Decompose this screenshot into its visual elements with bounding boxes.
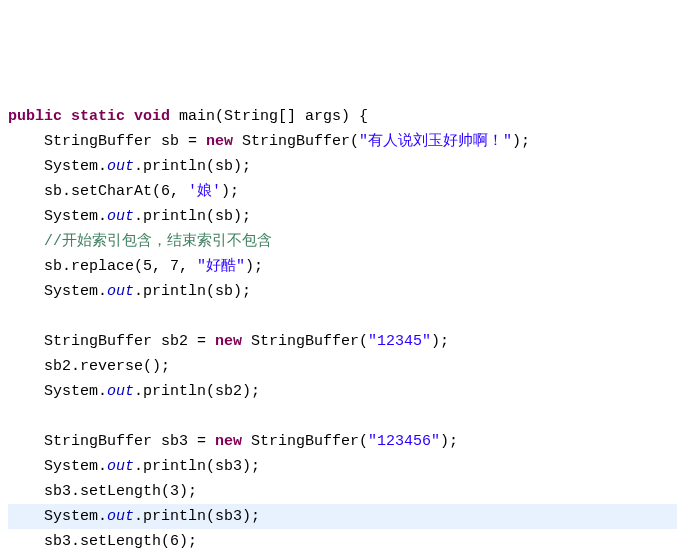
code-token: out bbox=[107, 383, 134, 400]
code-token: //开始索引包含，结束索引不包含 bbox=[44, 233, 272, 250]
code-token: out bbox=[107, 208, 134, 225]
indent bbox=[8, 458, 44, 475]
code-line bbox=[8, 304, 677, 329]
indent bbox=[8, 283, 44, 300]
code-token: ); bbox=[221, 183, 239, 200]
indent bbox=[8, 208, 44, 225]
indent bbox=[8, 508, 44, 525]
indent bbox=[8, 533, 44, 550]
code-token: sb.replace(5, 7, bbox=[44, 258, 197, 275]
code-line: //开始索引包含，结束索引不包含 bbox=[8, 229, 677, 254]
code-token: StringBuffer( bbox=[242, 333, 368, 350]
code-token: .println(sb3); bbox=[134, 458, 260, 475]
code-token: '娘' bbox=[188, 183, 221, 200]
code-token: ); bbox=[431, 333, 449, 350]
code-token: System. bbox=[44, 283, 107, 300]
code-token: "12345" bbox=[368, 333, 431, 350]
code-line: System.out.println(sb2); bbox=[8, 379, 677, 404]
code-token: .println(sb); bbox=[134, 208, 251, 225]
code-line: StringBuffer sb3 = new StringBuffer("123… bbox=[8, 429, 677, 454]
code-token: sb3.setLength(6); bbox=[44, 533, 197, 550]
code-token: "123456" bbox=[368, 433, 440, 450]
indent bbox=[8, 158, 44, 175]
code-line: System.out.println(sb); bbox=[8, 154, 677, 179]
code-line: System.out.println(sb); bbox=[8, 204, 677, 229]
code-token: new bbox=[206, 133, 233, 150]
indent bbox=[8, 383, 44, 400]
code-token: StringBuffer sb = bbox=[44, 133, 206, 150]
code-token: StringBuffer( bbox=[242, 433, 368, 450]
indent bbox=[8, 358, 44, 375]
code-line: sb2.reverse(); bbox=[8, 354, 677, 379]
code-token: sb.setCharAt(6, bbox=[44, 183, 188, 200]
code-token: void bbox=[134, 108, 170, 125]
code-line: StringBuffer sb = new StringBuffer("有人说刘… bbox=[8, 129, 677, 154]
indent bbox=[8, 133, 44, 150]
code-token: System. bbox=[44, 458, 107, 475]
code-line: sb3.setLength(3); bbox=[8, 479, 677, 504]
code-token: .println(sb2); bbox=[134, 383, 260, 400]
code-token: StringBuffer( bbox=[233, 133, 359, 150]
code-line: System.out.println(sb3); bbox=[8, 454, 677, 479]
code-token: System. bbox=[44, 383, 107, 400]
code-line: sb.replace(5, 7, "好酷"); bbox=[8, 254, 677, 279]
code-token: out bbox=[107, 458, 134, 475]
code-token: .println(sb); bbox=[134, 283, 251, 300]
code-line: public static void main(String[] args) { bbox=[8, 104, 677, 129]
indent bbox=[8, 408, 44, 425]
code-token: out bbox=[107, 508, 134, 525]
code-line: StringBuffer sb2 = new StringBuffer("123… bbox=[8, 329, 677, 354]
indent bbox=[8, 233, 44, 250]
code-token: new bbox=[215, 333, 242, 350]
code-token: ); bbox=[512, 133, 530, 150]
code-token: .println(sb3); bbox=[134, 508, 260, 525]
indent bbox=[8, 483, 44, 500]
code-token: sb3.setLength(3); bbox=[44, 483, 197, 500]
code-token: .println(sb); bbox=[134, 158, 251, 175]
code-token: out bbox=[107, 158, 134, 175]
code-token: ); bbox=[245, 258, 263, 275]
code-line: sb.setCharAt(6, '娘'); bbox=[8, 179, 677, 204]
code-token: System. bbox=[44, 508, 107, 525]
code-line: System.out.println(sb3); bbox=[8, 554, 677, 558]
code-line: System.out.println(sb3); bbox=[8, 504, 677, 529]
code-token: System. bbox=[44, 158, 107, 175]
code-token: StringBuffer sb3 = bbox=[44, 433, 215, 450]
code-token: out bbox=[107, 283, 134, 300]
code-block: public static void main(String[] args) {… bbox=[0, 100, 685, 558]
code-line: System.out.println(sb); bbox=[8, 279, 677, 304]
indent bbox=[8, 258, 44, 275]
indent bbox=[8, 308, 44, 325]
code-token: main(String[] args) { bbox=[170, 108, 368, 125]
code-token: System. bbox=[44, 208, 107, 225]
code-token bbox=[62, 108, 71, 125]
code-token: sb2.reverse(); bbox=[44, 358, 170, 375]
indent bbox=[8, 333, 44, 350]
code-token: public bbox=[8, 108, 62, 125]
code-token bbox=[125, 108, 134, 125]
code-token: "好酷" bbox=[197, 258, 245, 275]
code-token: ); bbox=[440, 433, 458, 450]
code-token: static bbox=[71, 108, 125, 125]
code-line: sb3.setLength(6); bbox=[8, 529, 677, 554]
code-line bbox=[8, 404, 677, 429]
indent bbox=[8, 433, 44, 450]
indent bbox=[8, 183, 44, 200]
code-token: new bbox=[215, 433, 242, 450]
code-token: StringBuffer sb2 = bbox=[44, 333, 215, 350]
code-token: "有人说刘玉好帅啊！" bbox=[359, 133, 512, 150]
